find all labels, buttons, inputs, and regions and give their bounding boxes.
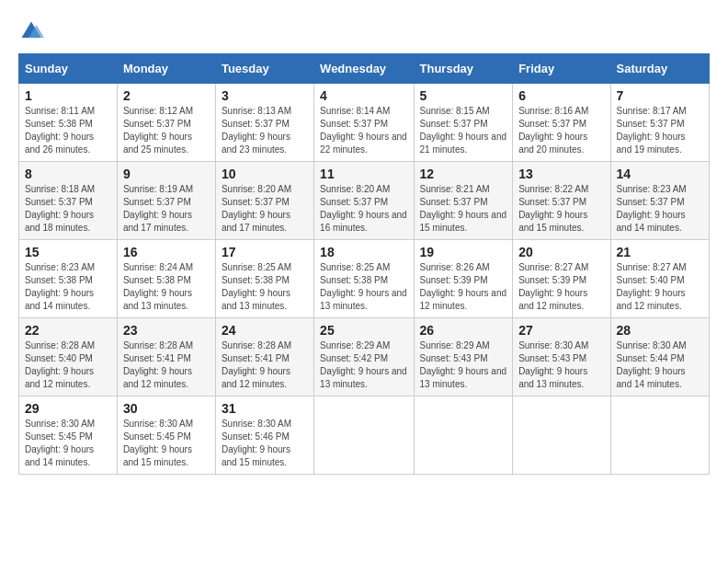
day-info: Sunrise: 8:25 AM Sunset: 5:38 PM Dayligh…: [222, 261, 308, 313]
day-number: 25: [320, 323, 407, 338]
day-info: Sunrise: 8:12 AM Sunset: 5:37 PM Dayligh…: [123, 105, 210, 156]
day-number: 10: [222, 167, 308, 181]
column-header-monday: Monday: [117, 54, 215, 84]
day-info: Sunrise: 8:22 AM Sunset: 5:37 PM Dayligh…: [518, 183, 604, 235]
day-info: Sunrise: 8:16 AM Sunset: 5:37 PM Dayligh…: [518, 105, 604, 156]
calendar-cell: 15 Sunrise: 8:23 AM Sunset: 5:38 PM Dayl…: [19, 240, 118, 318]
calendar-cell: 7 Sunrise: 8:17 AM Sunset: 5:37 PM Dayli…: [610, 84, 709, 162]
calendar-week-4: 22 Sunrise: 8:28 AM Sunset: 5:40 PM Dayl…: [19, 318, 710, 396]
calendar-cell: 14 Sunrise: 8:23 AM Sunset: 5:37 PM Dayl…: [610, 162, 709, 240]
calendar: SundayMondayTuesdayWednesdayThursdayFrid…: [18, 53, 710, 475]
day-number: 12: [420, 167, 507, 181]
day-number: 22: [25, 323, 111, 338]
calendar-week-2: 8 Sunrise: 8:18 AM Sunset: 5:37 PM Dayli…: [19, 162, 710, 240]
calendar-cell: 30 Sunrise: 8:30 AM Sunset: 5:45 PM Dayl…: [117, 396, 215, 475]
column-header-wednesday: Wednesday: [314, 54, 414, 84]
calendar-cell: 28 Sunrise: 8:30 AM Sunset: 5:44 PM Dayl…: [610, 318, 709, 396]
day-number: 14: [617, 167, 703, 181]
day-info: Sunrise: 8:11 AM Sunset: 5:38 PM Dayligh…: [25, 105, 111, 156]
calendar-cell: 8 Sunrise: 8:18 AM Sunset: 5:37 PM Dayli…: [19, 162, 118, 240]
calendar-cell: 1 Sunrise: 8:11 AM Sunset: 5:38 PM Dayli…: [19, 84, 118, 162]
day-info: Sunrise: 8:26 AM Sunset: 5:39 PM Dayligh…: [420, 261, 507, 313]
day-info: Sunrise: 8:29 AM Sunset: 5:43 PM Dayligh…: [420, 339, 507, 391]
day-info: Sunrise: 8:19 AM Sunset: 5:37 PM Dayligh…: [123, 183, 210, 235]
day-info: Sunrise: 8:29 AM Sunset: 5:42 PM Dayligh…: [320, 339, 407, 391]
calendar-cell: 18 Sunrise: 8:25 AM Sunset: 5:38 PM Dayl…: [314, 240, 414, 318]
calendar-cell: 21 Sunrise: 8:27 AM Sunset: 5:40 PM Dayl…: [610, 240, 709, 318]
calendar-cell: 4 Sunrise: 8:14 AM Sunset: 5:37 PM Dayli…: [314, 84, 414, 162]
calendar-cell: 6 Sunrise: 8:16 AM Sunset: 5:37 PM Dayli…: [513, 84, 610, 162]
day-info: Sunrise: 8:27 AM Sunset: 5:39 PM Dayligh…: [518, 261, 604, 313]
header: [18, 18, 710, 44]
calendar-cell: 2 Sunrise: 8:12 AM Sunset: 5:37 PM Dayli…: [117, 84, 215, 162]
day-number: 11: [320, 167, 407, 181]
day-info: Sunrise: 8:30 AM Sunset: 5:44 PM Dayligh…: [617, 339, 703, 391]
calendar-cell: 13 Sunrise: 8:22 AM Sunset: 5:37 PM Dayl…: [513, 162, 610, 240]
day-info: Sunrise: 8:28 AM Sunset: 5:41 PM Dayligh…: [123, 339, 210, 391]
day-info: Sunrise: 8:23 AM Sunset: 5:38 PM Dayligh…: [25, 261, 111, 313]
calendar-cell: 31 Sunrise: 8:30 AM Sunset: 5:46 PM Dayl…: [215, 396, 313, 475]
calendar-cell: 29 Sunrise: 8:30 AM Sunset: 5:45 PM Dayl…: [19, 396, 118, 475]
day-number: 3: [222, 88, 308, 103]
column-header-sunday: Sunday: [19, 54, 118, 84]
day-number: 9: [123, 167, 210, 181]
calendar-week-3: 15 Sunrise: 8:23 AM Sunset: 5:38 PM Dayl…: [19, 240, 710, 318]
day-number: 31: [222, 401, 308, 416]
calendar-cell: 11 Sunrise: 8:20 AM Sunset: 5:37 PM Dayl…: [314, 162, 414, 240]
calendar-cell: [414, 396, 513, 475]
calendar-cell: 25 Sunrise: 8:29 AM Sunset: 5:42 PM Dayl…: [314, 318, 414, 396]
calendar-cell: 27 Sunrise: 8:30 AM Sunset: 5:43 PM Dayl…: [513, 318, 610, 396]
day-number: 30: [123, 401, 210, 416]
calendar-cell: 9 Sunrise: 8:19 AM Sunset: 5:37 PM Dayli…: [117, 162, 215, 240]
day-info: Sunrise: 8:14 AM Sunset: 5:37 PM Dayligh…: [320, 105, 407, 156]
day-info: Sunrise: 8:17 AM Sunset: 5:37 PM Dayligh…: [617, 105, 703, 156]
calendar-cell: 5 Sunrise: 8:15 AM Sunset: 5:37 PM Dayli…: [414, 84, 513, 162]
calendar-cell: 20 Sunrise: 8:27 AM Sunset: 5:39 PM Dayl…: [513, 240, 610, 318]
calendar-cell: [610, 396, 709, 475]
day-info: Sunrise: 8:20 AM Sunset: 5:37 PM Dayligh…: [222, 183, 308, 235]
day-info: Sunrise: 8:18 AM Sunset: 5:37 PM Dayligh…: [25, 183, 111, 235]
day-number: 5: [420, 88, 507, 103]
day-number: 16: [123, 245, 210, 259]
column-header-saturday: Saturday: [610, 54, 709, 84]
calendar-cell: 26 Sunrise: 8:29 AM Sunset: 5:43 PM Dayl…: [414, 318, 513, 396]
day-info: Sunrise: 8:27 AM Sunset: 5:40 PM Dayligh…: [617, 261, 703, 313]
day-info: Sunrise: 8:21 AM Sunset: 5:37 PM Dayligh…: [420, 183, 507, 235]
day-info: Sunrise: 8:30 AM Sunset: 5:43 PM Dayligh…: [518, 339, 604, 391]
day-number: 8: [25, 167, 111, 181]
day-number: 21: [617, 245, 703, 259]
day-info: Sunrise: 8:28 AM Sunset: 5:41 PM Dayligh…: [222, 339, 308, 391]
calendar-cell: 22 Sunrise: 8:28 AM Sunset: 5:40 PM Dayl…: [19, 318, 118, 396]
calendar-cell: 16 Sunrise: 8:24 AM Sunset: 5:38 PM Dayl…: [117, 240, 215, 318]
calendar-cell: 23 Sunrise: 8:28 AM Sunset: 5:41 PM Dayl…: [117, 318, 215, 396]
calendar-week-5: 29 Sunrise: 8:30 AM Sunset: 5:45 PM Dayl…: [19, 396, 710, 475]
day-info: Sunrise: 8:30 AM Sunset: 5:45 PM Dayligh…: [123, 418, 210, 469]
day-number: 19: [420, 245, 507, 259]
logo-icon: [18, 18, 44, 44]
day-number: 20: [518, 245, 604, 259]
day-number: 27: [518, 323, 604, 338]
day-number: 6: [518, 88, 604, 103]
logo: [18, 18, 48, 44]
day-number: 23: [123, 323, 210, 338]
day-info: Sunrise: 8:30 AM Sunset: 5:46 PM Dayligh…: [222, 418, 308, 469]
calendar-week-1: 1 Sunrise: 8:11 AM Sunset: 5:38 PM Dayli…: [19, 84, 710, 162]
day-number: 4: [320, 88, 407, 103]
day-number: 18: [320, 245, 407, 259]
day-info: Sunrise: 8:15 AM Sunset: 5:37 PM Dayligh…: [420, 105, 507, 156]
column-header-thursday: Thursday: [414, 54, 513, 84]
day-info: Sunrise: 8:23 AM Sunset: 5:37 PM Dayligh…: [617, 183, 703, 235]
day-info: Sunrise: 8:20 AM Sunset: 5:37 PM Dayligh…: [320, 183, 407, 235]
calendar-cell: [513, 396, 610, 475]
column-header-friday: Friday: [513, 54, 610, 84]
day-info: Sunrise: 8:30 AM Sunset: 5:45 PM Dayligh…: [25, 418, 111, 469]
column-header-tuesday: Tuesday: [215, 54, 313, 84]
calendar-cell: 3 Sunrise: 8:13 AM Sunset: 5:37 PM Dayli…: [215, 84, 313, 162]
calendar-cell: [314, 396, 414, 475]
day-number: 28: [617, 323, 703, 338]
day-number: 1: [25, 88, 111, 103]
day-number: 13: [518, 167, 604, 181]
day-info: Sunrise: 8:13 AM Sunset: 5:37 PM Dayligh…: [222, 105, 308, 156]
calendar-cell: 24 Sunrise: 8:28 AM Sunset: 5:41 PM Dayl…: [215, 318, 313, 396]
calendar-cell: 19 Sunrise: 8:26 AM Sunset: 5:39 PM Dayl…: [414, 240, 513, 318]
